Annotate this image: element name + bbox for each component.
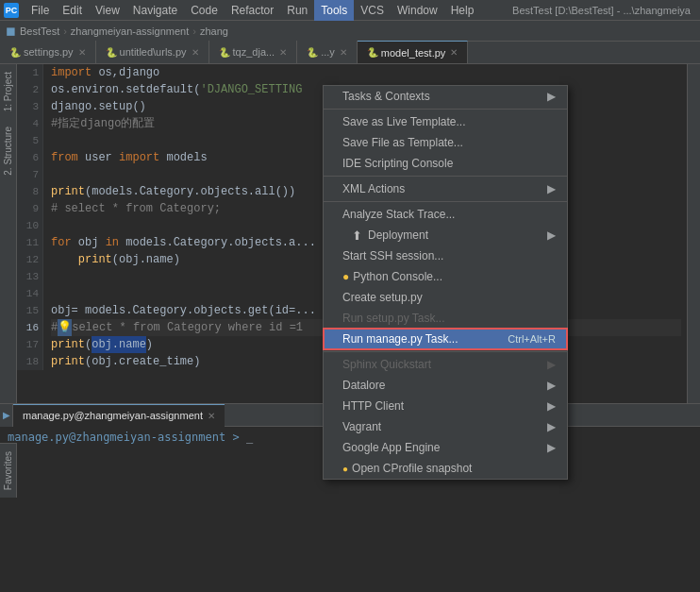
divider-4 (324, 351, 567, 352)
structure-panel-tab[interactable]: 2. Structure (1, 119, 15, 183)
close-tqz[interactable]: ✕ (279, 47, 287, 58)
menu-navigate[interactable]: Navigate (126, 0, 184, 21)
menu-run[interactable]: Run (280, 0, 314, 21)
menu-vagrant[interactable]: Vagrant ▶ (324, 416, 567, 437)
breadcrumb: ◼ BestTest › zhangmeiyan-assignment › zh… (0, 21, 700, 42)
breadcrumb-assignment[interactable]: zhangmeiyan-assignment (71, 25, 189, 37)
menu-bar: PC File Edit View Navigate Code Refactor… (0, 0, 700, 21)
menu-analyze-stack[interactable]: Analyze Stack Trace... (324, 204, 567, 225)
breadcrumb-zhang[interactable]: zhang (200, 25, 228, 37)
menu-tasks-contexts[interactable]: Tasks & Contexts ▶ (324, 86, 567, 107)
tools-dropdown-menu: Tasks & Contexts ▶ Save as Live Template… (323, 85, 568, 480)
menu-google-app-engine[interactable]: Google App Engine ▶ (324, 437, 567, 458)
submenu-arrow-gae: ▶ (547, 441, 556, 454)
menu-datalore[interactable]: Datalore ▶ (324, 375, 567, 396)
menu-xml-actions[interactable]: XML Actions ▶ (324, 178, 567, 199)
scrollbar-area[interactable] (687, 64, 700, 403)
line-numbers: 1 2 3 4 5 6 7 8 9 10 11 12 13 14 15 16 1… (17, 64, 43, 370)
menu-deployment[interactable]: ⬆ Deployment ▶ (324, 225, 567, 245)
terminal-tab-label: manage.py@zhangmeiyan-assignment (23, 410, 203, 421)
menu-refactor[interactable]: Refactor (225, 0, 280, 21)
editor-tabs: 🐍 settings.py ✕ 🐍 untitled\urls.py ✕ 🐍 t… (0, 42, 700, 64)
submenu-arrow-http: ▶ (547, 399, 556, 413)
submenu-arrow-datalore: ▶ (547, 379, 556, 392)
project-panel-tab[interactable]: 1: Project (1, 64, 15, 119)
menu-view[interactable]: View (89, 0, 126, 21)
tab-model-test-py[interactable]: 🐍 model_test.py ✕ (358, 41, 468, 63)
menu-create-setup[interactable]: Create setup.py (324, 287, 567, 308)
submenu-arrow-xml: ▶ (547, 182, 556, 195)
app-logo: PC (4, 3, 19, 18)
submenu-arrow-deploy: ▶ (547, 228, 556, 242)
terminal-tab[interactable]: manage.py@zhangmeiyan-assignment ✕ (13, 404, 225, 427)
divider-2 (324, 176, 567, 177)
submenu-arrow-vagrant: ▶ (547, 420, 556, 433)
menu-ssh-session[interactable]: Start SSH session... (324, 245, 567, 266)
menu-run-setup: Run setup.py Task... (324, 308, 567, 329)
submenu-arrow-sphinx: ▶ (547, 358, 556, 371)
left-sidebar-panel: 1: Project 2. Structure (0, 64, 17, 403)
close-y[interactable]: ✕ (340, 47, 347, 58)
app-title: BestTest [D:\BestTest] - ...\zhangmeiya (512, 5, 691, 16)
tab-tqz[interactable]: 🐍 tqz_dja... ✕ (209, 41, 298, 63)
menu-run-manage-py[interactable]: Run manage.py Task... Ctrl+Alt+R (324, 329, 567, 349)
divider-1 (324, 109, 567, 110)
menu-sphinx: Sphinx Quickstart ▶ (324, 354, 567, 375)
favorites-panel: Favorites (0, 443, 17, 498)
close-urls-py[interactable]: ✕ (192, 47, 199, 58)
tab-y[interactable]: 🐍 ...y ✕ (297, 41, 358, 63)
divider-3 (324, 201, 567, 202)
menu-python-console[interactable]: ● Python Console... (324, 266, 567, 287)
terminal-icon: ▶ (3, 410, 10, 420)
tab-urls-py[interactable]: 🐍 untitled\urls.py ✕ (96, 41, 209, 63)
menu-window[interactable]: Window (391, 0, 444, 21)
code-line-1: import os,django (51, 64, 681, 81)
menu-edit[interactable]: Edit (56, 0, 89, 21)
menu-save-file-template[interactable]: Save File as Template... (324, 132, 567, 153)
menu-http-client[interactable]: HTTP Client ▶ (324, 396, 567, 416)
tab-settings-py[interactable]: 🐍 settings.py ✕ (0, 41, 96, 63)
menu-vcs[interactable]: VCS (354, 0, 391, 21)
breadcrumb-besttest[interactable]: BestTest (20, 25, 59, 37)
menu-ide-scripting[interactable]: IDE Scripting Console (324, 153, 567, 174)
close-settings-py[interactable]: ✕ (78, 47, 86, 58)
menu-open-cprofile[interactable]: ● Open CProfile snapshot (324, 458, 567, 479)
close-terminal-tab[interactable]: ✕ (208, 411, 215, 421)
submenu-arrow-tasks: ▶ (547, 90, 556, 103)
close-model-test-py[interactable]: ✕ (450, 47, 458, 58)
terminal-cursor: _ (246, 431, 253, 444)
menu-save-live-template[interactable]: Save as Live Template... (324, 111, 567, 132)
shortcut-run-manage: Ctrl+Alt+R (508, 333, 556, 345)
terminal-prompt: manage.py@zhangmeiyan-assignment > (8, 431, 240, 444)
menu-help[interactable]: Help (444, 0, 481, 21)
menu-tools[interactable]: Tools (314, 0, 354, 21)
menu-code[interactable]: Code (184, 0, 225, 21)
favorites-tab[interactable]: Favorites (1, 444, 15, 498)
menu-file[interactable]: File (25, 0, 56, 21)
